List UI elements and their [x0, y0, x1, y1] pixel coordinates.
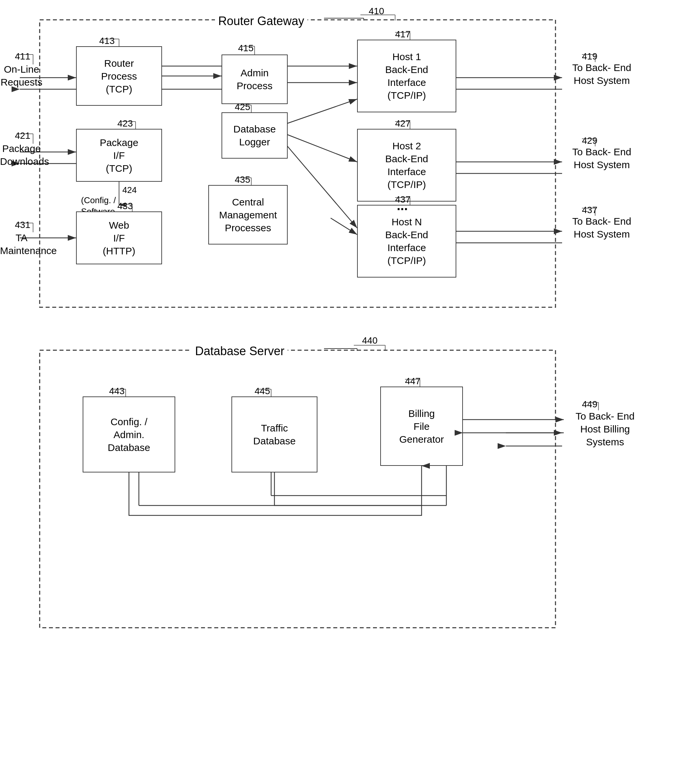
arrows-svg [0, 0, 697, 784]
ref-419: 419 [582, 51, 598, 62]
router-process-box: Router Process (TCP) [76, 46, 162, 106]
package-if-box: Package I/F (TCP) [76, 129, 162, 182]
svg-line-21 [281, 139, 357, 228]
database-logger-box: Database Logger [221, 112, 287, 158]
traffic-db-box: Traffic Database [231, 397, 317, 473]
to-backend-2-label: To Back- End Host System [569, 145, 635, 171]
router-gateway-label: Router Gateway [215, 14, 307, 28]
web-if-box: Web I/F (HTTP) [76, 211, 162, 264]
package-downloads-label: Package Downloads [0, 142, 43, 168]
ref-437-right: 437 [582, 205, 598, 216]
central-mgmt-box: Central Management Processes [208, 185, 287, 244]
diagram-container: Router Gateway 410 Database Server 440 O… [0, 0, 697, 784]
ref-440: 440 [362, 335, 378, 346]
ref-435: 435 [235, 175, 250, 185]
to-backend-billing-label: To Back- End Host Billing Systems [569, 410, 641, 448]
ref-424: 424 [122, 185, 137, 195]
host1-box: Host 1 Back-End Interface (TCP/IP) [357, 40, 456, 112]
ref-445: 445 [254, 386, 270, 397]
ta-maintenance-label: TA Maintenance [0, 231, 43, 257]
ref-429: 429 [582, 135, 598, 146]
ref-427: 427 [395, 118, 411, 129]
host2-box: Host 2 Back-End Interface (TCP/IP) [357, 129, 456, 201]
ref-431: 431 [15, 220, 30, 230]
svg-line-22 [330, 218, 357, 235]
ref-417: 417 [395, 29, 411, 40]
ref-421: 421 [15, 130, 30, 141]
ref-411: 411 [15, 51, 30, 62]
ref-449: 449 [582, 399, 598, 410]
ref-433: 433 [117, 201, 133, 211]
online-requests-label: On-Line Requests [0, 63, 43, 89]
to-backend-n-label: To Back- End Host System [569, 215, 635, 240]
svg-line-20 [281, 132, 357, 162]
ref-413: 413 [99, 36, 115, 46]
ref-447: 447 [405, 376, 421, 387]
ref-425: 425 [235, 102, 250, 112]
config-admin-db-box: Config. / Admin. Database [83, 397, 175, 473]
admin-process-box: Admin Process [221, 54, 287, 104]
ellipsis: ... [397, 198, 408, 213]
database-server-label: Database Server [192, 344, 287, 358]
svg-line-19 [281, 99, 357, 125]
hostn-box: Host N Back-End Interface (TCP/IP) [357, 205, 456, 278]
ref-415: 415 [238, 43, 254, 54]
billing-file-gen-box: Billing File Generator [380, 387, 463, 466]
ref-410: 410 [369, 6, 384, 16]
ref-423: 423 [117, 118, 133, 129]
to-backend-1-label: To Back- End Host System [569, 61, 635, 87]
ref-443: 443 [109, 386, 125, 397]
